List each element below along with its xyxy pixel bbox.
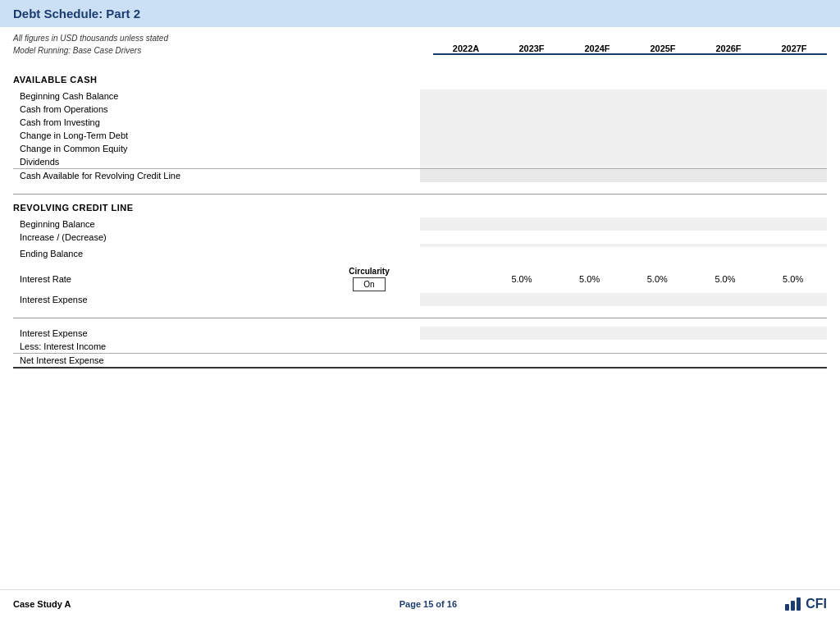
row-label-interest-rate: Interest Rate (13, 265, 318, 293)
row-label-cash-investing: Cash from Investing (13, 116, 318, 129)
net-interest-table: Interest Expense Less: Interest Income (13, 327, 827, 369)
revolving-credit-table: Beginning Balance Increase / (Decrease) (13, 217, 827, 306)
row-label-dividends: Dividends (13, 155, 318, 169)
table-row: Less: Interest Income (13, 340, 827, 354)
header-bar: Debt Schedule: Part 2 (0, 0, 840, 27)
interest-rate-2025: 5.0% (623, 265, 692, 293)
cfi-text: CFI (806, 597, 827, 611)
interest-rate-2027: 5.0% (759, 265, 827, 293)
table-row: Dividends (13, 155, 827, 169)
page-container: Debt Schedule: Part 2 All figures in USD… (0, 0, 840, 618)
cfi-bar-1 (785, 604, 789, 611)
cfi-bar-3 (797, 597, 801, 611)
table-row: Change in Long-Term Debt (13, 129, 827, 142)
subheader-notes: All figures in USD thousands unless stat… (13, 32, 168, 57)
row-label-net-interest: Net Interest Expense (13, 354, 318, 369)
cfi-logo-bars (785, 597, 801, 611)
table-row: Interest Expense (13, 327, 827, 340)
interest-rate-2026: 5.0% (692, 265, 760, 293)
footer-logo: CFI (785, 597, 827, 611)
table-row: Cash from Operations (13, 103, 827, 116)
circularity-label: Circularity (349, 267, 389, 276)
row-label-increase-decrease: Increase / (Decrease) (13, 231, 318, 244)
column-headers: 2022A 2023F 2024F 2025F 2026F 2027F (433, 43, 827, 57)
circularity-toggle[interactable]: On (353, 277, 385, 291)
table-row: Change in Common Equity (13, 142, 827, 155)
footer: Case Study A Page 15 of 16 CFI (0, 589, 840, 618)
row-label-ending-balance2: Ending Balance (13, 247, 318, 260)
col-header-2025: 2025F (630, 43, 696, 55)
note1: All figures in USD thousands unless stat… (13, 32, 168, 44)
col-header-2027: 2027F (761, 43, 827, 55)
row-label-interest-expense-rcl: Interest Expense (13, 293, 318, 306)
row-label-cash-available: Cash Available for Revolving Credit Line (13, 169, 318, 183)
section-divider-1 (13, 194, 827, 195)
col-header-2022: 2022A (433, 43, 499, 55)
interest-rate-2024: 5.0% (555, 265, 623, 293)
col-header-2023: 2023F (499, 43, 564, 55)
table-row: Ending Balance (13, 247, 827, 260)
table-row: Interest Expense (13, 293, 827, 306)
net-interest-section: Interest Expense Less: Interest Income (13, 327, 827, 369)
col-header-2024: 2024F (564, 43, 630, 55)
interest-rate-2023: 5.0% (488, 265, 556, 293)
revolving-credit-title: REVOLVING CREDIT LINE (13, 203, 827, 213)
table-row: Beginning Cash Balance (13, 89, 827, 103)
cfi-bar-2 (791, 601, 795, 611)
row-label-change-equity: Change in Common Equity (13, 142, 318, 155)
section-divider-2 (13, 318, 827, 318)
page-title: Debt Schedule: Part 2 (13, 7, 140, 21)
table-row: Net Interest Expense (13, 354, 827, 369)
row-label-beginning-cash: Beginning Cash Balance (13, 89, 318, 103)
row-label-cash-operations: Cash from Operations (13, 103, 318, 116)
main-content: AVAILABLE CASH Beginning Cash Balance (0, 57, 840, 375)
available-cash-section: AVAILABLE CASH Beginning Cash Balance (13, 75, 827, 182)
note2: Model Running: Base Case Drivers (13, 44, 168, 57)
table-row: Cash Available for Revolving Credit Line (13, 169, 827, 183)
footer-page-number: Page 15 of 16 (399, 599, 457, 609)
col-header-2026: 2026F (696, 43, 761, 55)
cfi-logo: CFI (785, 597, 827, 611)
row-label-change-ltd: Change in Long-Term Debt (13, 129, 318, 142)
revolving-credit-section: REVOLVING CREDIT LINE Beginning Balance (13, 203, 827, 306)
row-label-less-interest-income: Less: Interest Income (13, 340, 318, 354)
row-label-interest-expense2: Interest Expense (13, 327, 318, 340)
table-row: Interest Rate Circularity On 5.0% 5.0% 5… (13, 265, 827, 293)
footer-case-study: Case Study A (13, 599, 71, 609)
row-label-beg-balance: Beginning Balance (13, 217, 318, 231)
table-row: Cash from Investing (13, 116, 827, 129)
table-row: Increase / (Decrease) (13, 231, 827, 244)
interest-rate-2022 (420, 265, 488, 293)
table-row: Beginning Balance (13, 217, 827, 231)
available-cash-table: Beginning Cash Balance Cash from Operati… (13, 89, 827, 182)
available-cash-title: AVAILABLE CASH (13, 75, 827, 85)
